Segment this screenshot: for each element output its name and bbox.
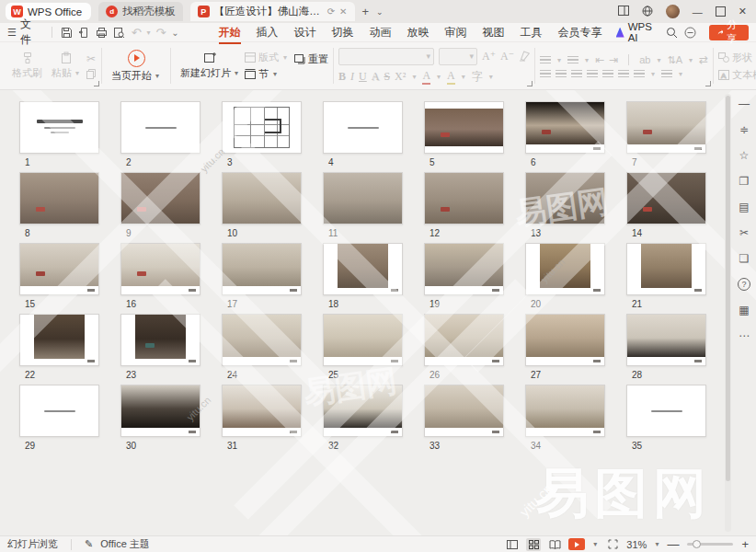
- slide-thumbnail-20[interactable]: 20: [525, 243, 605, 314]
- slide-thumbnail-34[interactable]: 34: [525, 385, 605, 455]
- zoom-slider-handle[interactable]: [693, 540, 701, 548]
- slide-thumbnail-19[interactable]: 19: [424, 243, 504, 314]
- slide-thumbnail-8[interactable]: 8: [19, 172, 99, 243]
- image-panel-icon[interactable]: ▤: [737, 201, 751, 213]
- cut-icon[interactable]: ✂: [86, 52, 97, 65]
- ribbon-tab-3[interactable]: 切换: [326, 23, 361, 42]
- print-icon[interactable]: [96, 26, 108, 40]
- slide-thumbnail-4[interactable]: 4: [323, 101, 403, 172]
- clipboard-dialog-launcher[interactable]: [94, 81, 99, 86]
- line-spacing-icon[interactable]: ab: [639, 54, 650, 65]
- slide-thumbnail-28[interactable]: 28: [626, 314, 706, 385]
- font-size-select[interactable]: ▾: [439, 48, 477, 65]
- redo-icon[interactable]: ↷: [155, 26, 167, 40]
- align-left-icon[interactable]: [540, 70, 551, 78]
- reset-button[interactable]: 重置: [294, 52, 328, 66]
- slide-thumbnail-13[interactable]: 13: [525, 172, 605, 243]
- file-menu[interactable]: 文件: [20, 17, 39, 48]
- slide-thumbnail-14[interactable]: 14: [626, 172, 706, 243]
- convert-icon[interactable]: ⇄: [699, 53, 708, 66]
- strikethrough-button[interactable]: S: [384, 70, 390, 84]
- collapse-icon[interactable]: —: [737, 98, 751, 110]
- bold-button[interactable]: B: [338, 70, 346, 84]
- align-right-icon[interactable]: [571, 70, 582, 78]
- ribbon-tab-9[interactable]: 会员专享: [552, 23, 609, 42]
- shadow-button[interactable]: A: [372, 70, 380, 84]
- font-dialog-launcher[interactable]: [527, 81, 533, 86]
- export-pdf-icon[interactable]: [78, 26, 90, 40]
- tab-docer-templates[interactable]: d 找稻壳模板: [98, 2, 183, 21]
- slide-sorter-view-button[interactable]: [526, 538, 541, 551]
- text-direction-icon[interactable]: ⇅A: [667, 54, 682, 66]
- close-tab-icon[interactable]: ✕: [339, 6, 347, 17]
- format-painter-button[interactable]: 格式刷: [7, 52, 47, 80]
- slide-thumbnail-5[interactable]: 5: [424, 101, 504, 172]
- font-family-select[interactable]: ▾: [338, 48, 434, 65]
- more-icon[interactable]: ⋯: [737, 329, 751, 342]
- distribute-icon[interactable]: [634, 70, 645, 78]
- section-button[interactable]: 节▾: [245, 67, 289, 81]
- star-icon[interactable]: ☆: [737, 149, 751, 162]
- ribbon-tab-2[interactable]: 设计: [288, 23, 323, 42]
- textbox-button[interactable]: A 文本框▾: [718, 68, 756, 82]
- underline-button[interactable]: U: [359, 70, 367, 84]
- slide-thumbnail-35[interactable]: 35: [626, 385, 706, 455]
- zoom-dropdown-icon[interactable]: ▾: [655, 540, 659, 548]
- increase-font-icon[interactable]: A⁺: [482, 50, 496, 63]
- slide-thumbnail-18[interactable]: 18: [323, 243, 403, 314]
- slide-thumbnail-21[interactable]: 21: [626, 243, 706, 314]
- wps-ai-button[interactable]: WPS AI: [616, 21, 659, 43]
- slide-thumbnail-32[interactable]: 32: [323, 385, 403, 455]
- slide-thumbnail-33[interactable]: 33: [424, 385, 504, 455]
- split-window-icon[interactable]: [618, 6, 629, 17]
- tab-active-document[interactable]: P 【匠造设计】佛山海尔全屋定… ⟳ ✕: [190, 2, 355, 21]
- ribbon-tab-7[interactable]: 视图: [476, 23, 511, 42]
- search-icon[interactable]: [666, 26, 678, 40]
- normal-view-button[interactable]: [505, 538, 520, 551]
- scrollbar-thumb[interactable]: [726, 96, 730, 481]
- slide-thumbnail-16[interactable]: 16: [120, 243, 200, 314]
- slide-thumbnail-31[interactable]: 31: [222, 385, 302, 455]
- vertical-align-icon[interactable]: [618, 70, 629, 78]
- cloud-sync-icon[interactable]: [683, 26, 697, 40]
- slides-panel-icon[interactable]: ❐: [737, 175, 751, 188]
- ribbon-tab-1[interactable]: 插入: [250, 23, 285, 42]
- zoom-level[interactable]: 31%: [626, 539, 647, 550]
- paste-button[interactable]: 粘贴▾: [47, 52, 86, 80]
- slide-thumbnail-22[interactable]: 22: [19, 314, 99, 385]
- layout-button[interactable]: 版式▾: [245, 51, 289, 64]
- play-options-icon[interactable]: ▾: [593, 540, 597, 548]
- slide-thumbnail-29[interactable]: 29: [19, 385, 99, 455]
- quick-access-more-icon[interactable]: ⌄: [171, 28, 178, 38]
- save-icon[interactable]: [61, 26, 73, 40]
- decrease-indent-icon[interactable]: ⇤: [595, 53, 604, 66]
- wps-office-home-button[interactable]: W WPS Office: [6, 3, 91, 20]
- slide-thumbnail-6[interactable]: 6: [525, 101, 605, 172]
- slide-thumbnail-15[interactable]: 15: [19, 243, 99, 314]
- ribbon-tab-0[interactable]: 开始: [212, 23, 247, 42]
- help-icon[interactable]: ?: [738, 278, 750, 291]
- adjust-icon[interactable]: ≑: [737, 123, 751, 136]
- bullet-list-icon[interactable]: [540, 56, 551, 64]
- globe-icon[interactable]: [642, 6, 653, 18]
- copy-icon[interactable]: [86, 68, 97, 79]
- slide-thumbnail-11[interactable]: 11: [323, 172, 403, 243]
- minimize-button[interactable]: —: [693, 6, 703, 17]
- slide-thumbnail-1[interactable]: 1: [19, 101, 99, 172]
- tools-icon[interactable]: ✂: [737, 226, 751, 239]
- ribbon-tab-8[interactable]: 工具: [514, 23, 549, 42]
- paragraph-spacing-icon[interactable]: [661, 70, 672, 78]
- zoom-out-button[interactable]: —: [667, 537, 679, 551]
- play-slideshow-button[interactable]: [568, 538, 585, 550]
- new-tab-button[interactable]: +: [362, 5, 370, 18]
- justify-icon[interactable]: [587, 70, 598, 78]
- slide-thumbnail-30[interactable]: 30: [120, 385, 200, 455]
- columns-icon[interactable]: [602, 70, 613, 78]
- shapes-button[interactable]: 形状▾: [718, 51, 756, 64]
- slide-thumbnail-3[interactable]: 3: [222, 101, 302, 172]
- slide-thumbnail-27[interactable]: 27: [525, 314, 605, 385]
- start-from-current-button[interactable]: 当页开始▾: [107, 50, 166, 83]
- vertical-scrollbar[interactable]: [725, 94, 731, 532]
- gift-icon[interactable]: ▦: [737, 304, 751, 316]
- new-slide-button[interactable]: 新建幻灯片▾: [176, 52, 245, 80]
